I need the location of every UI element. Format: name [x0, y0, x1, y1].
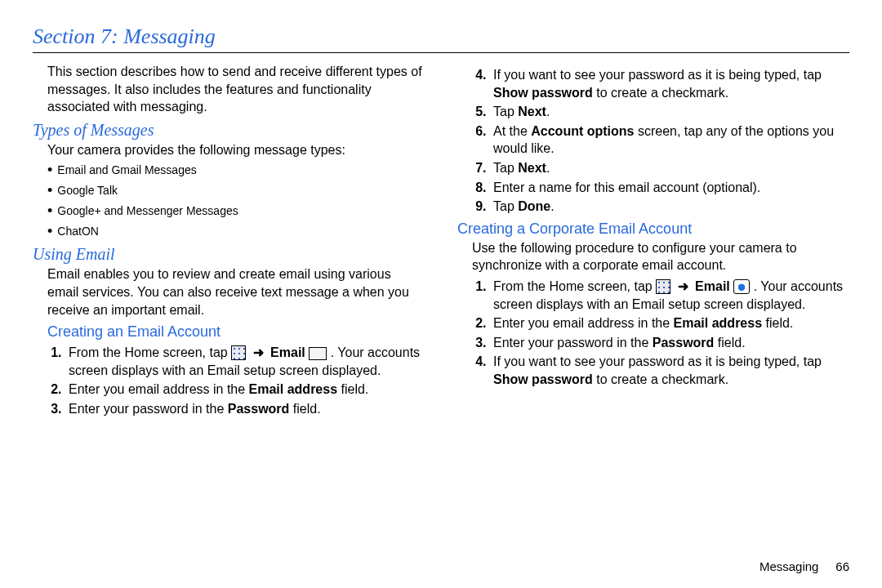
- step-text: From the Home screen, tap: [69, 345, 231, 359]
- intro-paragraph: This section describes how to send and r…: [47, 63, 425, 116]
- step-text: Tap: [493, 199, 518, 213]
- step-text: Tap: [493, 105, 518, 118]
- step-text: If you want to see your password as it i…: [493, 354, 822, 368]
- step: If you want to see your password as it i…: [490, 66, 849, 101]
- step-text: .: [550, 199, 554, 213]
- heading-creating-corporate-email: Creating a Corporate Email Account: [457, 220, 849, 238]
- bold-text: Show password: [493, 86, 593, 100]
- apps-grid-icon: [656, 279, 670, 294]
- step: Tap Next.: [490, 159, 849, 177]
- message-type-list: Email and Gmail Messages Google Talk Goo…: [47, 162, 425, 240]
- step-text: field.: [762, 316, 793, 330]
- bold-text: Password: [228, 402, 290, 416]
- step: Enter you email address in the Email add…: [65, 381, 425, 399]
- list-item: Email and Gmail Messages: [47, 162, 425, 179]
- bold-text: Show password: [493, 372, 593, 386]
- step-text: At the: [493, 124, 531, 138]
- step: Enter a name for this email account (opt…: [490, 179, 849, 197]
- step-text: field.: [714, 336, 745, 350]
- arrow-icon: ➜: [678, 279, 688, 293]
- using-email-lead: Email enables you to review and create e…: [47, 265, 425, 318]
- step-text: Tap: [493, 161, 518, 175]
- step-text: Enter your password in the: [493, 336, 653, 350]
- create-email-steps: From the Home screen, tap ➜ Email . Your…: [65, 344, 425, 417]
- left-column: This section describes how to send and r…: [33, 63, 425, 421]
- list-item: ChatON: [47, 223, 425, 240]
- bold-text: Done: [518, 199, 550, 213]
- corporate-email-steps: From the Home screen, tap ➜ Email . Your…: [490, 278, 849, 389]
- right-column: If you want to see your password as it i…: [457, 63, 849, 421]
- bold-text: Email: [695, 279, 730, 293]
- step-text: Enter you email address in the: [493, 316, 674, 330]
- bold-text: Password: [653, 336, 715, 350]
- step: Enter your password in the Password fiel…: [490, 334, 849, 352]
- section-title: Section 7: Messaging: [33, 24, 849, 53]
- bold-text: Next: [518, 161, 546, 175]
- step: Enter your password in the Password fiel…: [65, 400, 425, 418]
- heading-types-of-messages: Types of Messages: [33, 121, 425, 140]
- step-text: .: [546, 161, 550, 175]
- bold-text: Account options: [531, 124, 634, 138]
- step-text: field.: [289, 402, 320, 416]
- arrow-icon: ➜: [253, 345, 264, 359]
- step-text: If you want to see your password as it i…: [493, 68, 822, 82]
- step-text: Enter you email address in the: [69, 382, 249, 396]
- step-text: From the Home screen, tap: [493, 279, 656, 293]
- step-text: field.: [337, 382, 368, 396]
- email-badge-icon: [733, 279, 750, 294]
- step: If you want to see your password as it i…: [490, 353, 849, 388]
- step: Enter you email address in the Email add…: [490, 314, 849, 332]
- bold-text: Next: [518, 105, 546, 118]
- bold-text: Email address: [249, 382, 338, 396]
- bold-text: Email address: [674, 316, 763, 330]
- page-footer: Messaging 66: [760, 559, 849, 573]
- two-column-layout: This section describes how to send and r…: [33, 63, 849, 421]
- email-envelope-icon: [309, 347, 327, 360]
- create-email-steps-cont: If you want to see your password as it i…: [490, 66, 849, 216]
- footer-page-number: 66: [835, 559, 849, 573]
- list-item: Google Talk: [47, 182, 425, 199]
- step-text: .: [546, 105, 550, 118]
- corp-lead: Use the following procedure to configure…: [472, 239, 849, 274]
- heading-creating-email-account: Creating an Email Account: [47, 323, 425, 341]
- bold-text: Email: [270, 345, 305, 359]
- step-text: to create a checkmark.: [593, 372, 728, 386]
- step-text: Enter your password in the: [69, 402, 228, 416]
- list-item: Google+ and Messenger Messages: [47, 203, 425, 220]
- step-text: to create a checkmark.: [593, 86, 728, 100]
- apps-grid-icon: [231, 345, 246, 360]
- step: At the Account options screen, tap any o…: [490, 122, 849, 158]
- heading-using-email: Using Email: [33, 245, 425, 264]
- footer-label: Messaging: [760, 559, 819, 573]
- types-lead: Your camera provides the following messa…: [47, 141, 425, 159]
- step: From the Home screen, tap ➜ Email . Your…: [490, 278, 849, 313]
- step: Tap Next.: [490, 103, 849, 121]
- step: From the Home screen, tap ➜ Email . Your…: [65, 344, 425, 379]
- step: Tap Done.: [490, 198, 849, 216]
